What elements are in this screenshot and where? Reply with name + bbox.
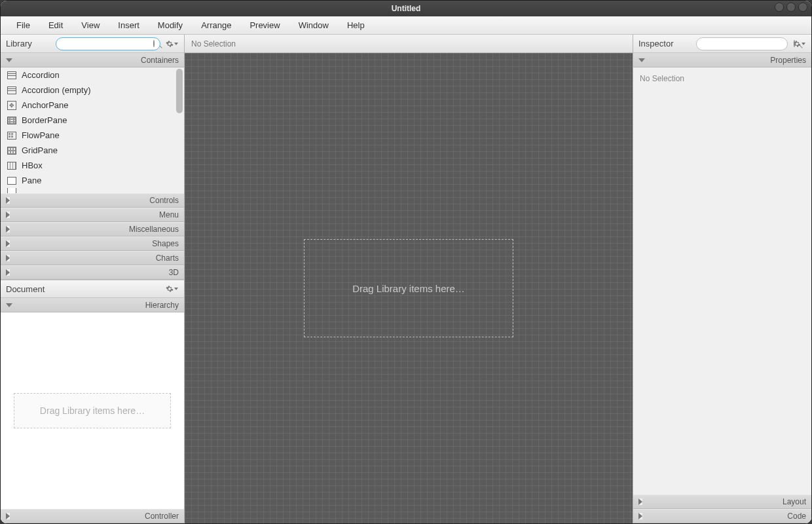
menu-edit[interactable]: Edit [39, 18, 72, 33]
inspector-search[interactable] [696, 37, 788, 50]
library-section-charts[interactable]: Charts [1, 251, 184, 265]
section-label: Miscellaneous [10, 225, 179, 234]
main-area: Library Containers [1, 35, 811, 523]
library-item-hbox[interactable]: HBox [1, 158, 184, 173]
document-options-button[interactable] [164, 283, 179, 295]
library-containers-list: Accordion Accordion (empty) ✥ AnchorPane… [1, 67, 184, 193]
list-item-label: Accordion (empty) [22, 85, 90, 95]
menu-preview[interactable]: Preview [240, 18, 289, 33]
library-header: Library [1, 35, 184, 53]
library-item-anchorpane[interactable]: ✥ AnchorPane [1, 98, 184, 113]
inspector-section-layout[interactable]: Layout [633, 495, 811, 509]
library-title: Library [6, 39, 32, 48]
document-title: Document [6, 284, 45, 294]
section-label: Charts [10, 253, 179, 263]
library-panel: Library Containers [1, 35, 184, 280]
inspector-section-code[interactable]: Code [633, 509, 811, 523]
drop-hint-text: Drag Library items here… [40, 405, 145, 416]
document-section-controller[interactable]: Controller [1, 509, 184, 523]
gear-icon [166, 285, 174, 293]
library-section-3d[interactable]: 3D [1, 265, 184, 280]
inspector-search-input[interactable] [703, 40, 794, 48]
library-section-miscellaneous[interactable]: Miscellaneous [1, 222, 184, 236]
section-label: Menu [10, 210, 179, 219]
library-item-accordion-empty[interactable]: Accordion (empty) [1, 83, 184, 98]
gridpane-icon [7, 146, 16, 155]
chevron-down-icon [174, 288, 178, 290]
list-item-label: FlowPane [22, 130, 60, 140]
chevron-down-icon [174, 43, 178, 45]
menubar: File Edit View Insert Modify Arrange Pre… [1, 16, 811, 35]
design-canvas[interactable]: Drag Library items here… [185, 53, 633, 523]
document-panel: Document Hierarchy Drag Library items he… [1, 280, 184, 523]
window-maximize-button[interactable] [786, 3, 796, 12]
search-icon [153, 40, 155, 47]
document-section-hierarchy[interactable]: Hierarchy [1, 298, 184, 312]
hierarchy-body[interactable]: Drag Library items here… [1, 312, 184, 509]
library-item-borderpane[interactable]: BorderPane [1, 113, 184, 128]
list-item-label: BorderPane [22, 115, 67, 125]
list-item-label: AnchorPane [22, 100, 69, 110]
drop-hint-text: Drag Library items here… [352, 283, 465, 294]
library-section-controls[interactable]: Controls [1, 193, 184, 208]
inspector-panel: Inspector Properties No Selection [633, 35, 811, 523]
section-label: Controller [10, 512, 179, 521]
section-label: 3D [10, 268, 179, 277]
menu-insert[interactable]: Insert [109, 18, 149, 33]
library-item-overflow[interactable] [1, 188, 184, 193]
library-section-shapes[interactable]: Shapes [1, 236, 184, 251]
inspector-body: No Selection [633, 67, 811, 495]
section-label: Containers [12, 56, 179, 65]
library-item-gridpane[interactable]: GridPane [1, 143, 184, 158]
inspector-header: Inspector [633, 35, 811, 53]
window-minimize-button[interactable] [775, 3, 784, 12]
left-panel: Library Containers [1, 35, 185, 523]
canvas-drop-target[interactable]: Drag Library items here… [304, 239, 513, 337]
list-item-label: Accordion [22, 70, 60, 80]
titlebar: Untitled [1, 1, 811, 16]
window-close-button[interactable] [798, 3, 807, 12]
accordion-icon [7, 71, 16, 80]
menu-file[interactable]: File [7, 18, 39, 33]
menu-arrange[interactable]: Arrange [192, 18, 240, 33]
library-item-pane[interactable]: Pane [1, 173, 184, 188]
gear-icon [166, 40, 174, 48]
library-section-containers[interactable]: Containers [1, 53, 184, 67]
window-buttons [775, 3, 807, 12]
app-window: Untitled File Edit View Insert Modify Ar… [0, 0, 812, 524]
library-search[interactable] [56, 37, 160, 50]
section-label: Controls [10, 196, 179, 205]
section-label: Code [642, 512, 806, 521]
section-label: Layout [642, 497, 806, 506]
inspector-title: Inspector [638, 39, 673, 48]
library-search-input[interactable] [63, 40, 153, 48]
library-item-accordion[interactable]: Accordion [1, 67, 184, 83]
menu-window[interactable]: Window [289, 18, 338, 33]
section-label: Properties [645, 56, 806, 65]
library-item-flowpane[interactable]: FlowPane [1, 128, 184, 143]
inspector-body-text: No Selection [640, 74, 684, 83]
document-header: Document [1, 280, 184, 298]
inspector-section-properties[interactable]: Properties [633, 53, 811, 67]
pane-icon [7, 176, 16, 185]
accordion-icon [7, 86, 16, 95]
borderpane-icon [7, 116, 16, 125]
section-label: Shapes [10, 239, 179, 248]
library-options-button[interactable] [164, 38, 179, 50]
chevron-down-icon [802, 43, 805, 45]
section-label: Hierarchy [12, 301, 179, 310]
hbox-icon [7, 161, 16, 170]
selection-text: No Selection [191, 39, 236, 48]
chevron-down-icon [638, 58, 645, 62]
list-item-label: Pane [22, 176, 41, 185]
selection-bar: No Selection [185, 35, 633, 53]
menu-help[interactable]: Help [338, 18, 374, 33]
hierarchy-drop-target[interactable]: Drag Library items here… [14, 393, 171, 428]
chevron-down-icon [6, 303, 12, 307]
menu-modify[interactable]: Modify [149, 18, 192, 33]
list-item-label: HBox [22, 160, 43, 170]
menu-view[interactable]: View [72, 18, 109, 33]
search-icon [794, 40, 795, 47]
library-section-menu[interactable]: Menu [1, 208, 184, 222]
scrollbar-thumb[interactable] [176, 69, 183, 113]
